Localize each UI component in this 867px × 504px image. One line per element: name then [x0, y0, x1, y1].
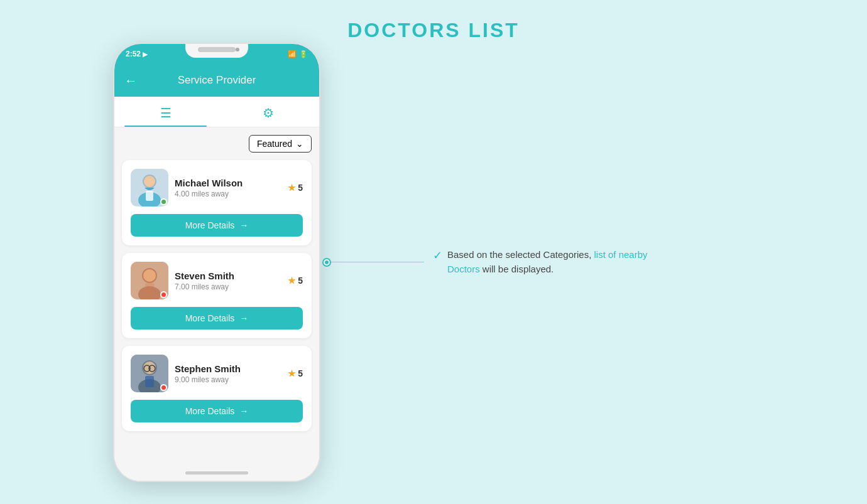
back-button[interactable]: ←: [124, 73, 137, 88]
annotation-text-box: ✓ Based on the selected Categories, list…: [424, 248, 663, 276]
doctor-distance-1: 4.00 miles away: [175, 190, 243, 198]
filter-row: Featured ⌄: [122, 135, 312, 153]
phone-bottom-bar: [185, 471, 248, 475]
avatar-wrap-1: [131, 169, 168, 206]
time-label: 2:52: [126, 50, 141, 58]
more-details-label-2: More Details: [185, 313, 235, 323]
status-time: 2:52 ▶: [126, 50, 148, 58]
doctor-card-3: Stephen Smith 9.00 miles away ★ 5 More D…: [122, 346, 312, 431]
phone-notch: [185, 44, 248, 58]
doctor-distance-2: 7.00 miles away: [175, 282, 234, 291]
doctor-distance-3: 9.00 miles away: [175, 375, 241, 384]
filter-icon: ⚙: [263, 105, 274, 121]
svg-point-7: [143, 269, 156, 282]
doctor-rating-3: ★ 5: [288, 368, 303, 378]
doctor-left-2: Steven Smith 7.00 miles away: [131, 262, 234, 299]
status-dot-2: [160, 291, 167, 298]
status-icons: 📶 🔋: [288, 50, 308, 58]
doctor-info-3: Stephen Smith 9.00 miles away: [175, 363, 241, 384]
doctor-info-2: Steven Smith 7.00 miles away: [175, 271, 234, 291]
doctor-name-2: Steven Smith: [175, 271, 234, 281]
svg-point-12: [143, 362, 156, 374]
annotation-line: [327, 262, 424, 263]
featured-label: Featured: [257, 139, 292, 149]
annotation-end-text: will be displayed.: [480, 264, 554, 274]
doctor-card-top-2: Steven Smith 7.00 miles away ★ 5: [131, 262, 303, 299]
content-area: Featured ⌄: [114, 127, 319, 481]
svg-rect-17: [145, 376, 154, 387]
doctor-card-top-1: Michael Wilson 4.00 miles away ★ 5: [131, 169, 303, 206]
star-icon-3: ★: [288, 368, 296, 378]
location-icon: ▶: [143, 51, 148, 58]
phone-mockup: 2:52 ▶ 📶 🔋 ← Service Provider ☰ ⚙ Featur…: [113, 43, 320, 482]
avatar-wrap-3: [131, 355, 168, 392]
page-title: DOCTORS LIST: [0, 19, 867, 42]
doctor-left-1: Michael Wilson 4.00 miles away: [131, 169, 243, 206]
svg-rect-4: [146, 191, 153, 201]
chevron-down-icon: ⌄: [296, 139, 303, 149]
doctor-name-1: Michael Wilson: [175, 178, 243, 188]
arrow-icon-2: →: [239, 313, 248, 323]
doctor-info-1: Michael Wilson 4.00 miles away: [175, 178, 243, 198]
wifi-icon: 📶: [288, 50, 297, 58]
notch-camera: [236, 48, 239, 51]
app-header: ← Service Provider: [114, 64, 319, 97]
doctor-name-3: Stephen Smith: [175, 363, 241, 374]
more-details-btn-2[interactable]: More Details →: [131, 307, 303, 330]
doctor-left-3: Stephen Smith 9.00 miles away: [131, 355, 241, 392]
more-details-btn-1[interactable]: More Details →: [131, 214, 303, 237]
tab-bar: ☰ ⚙: [114, 97, 319, 127]
annotation-plain-text: Based on the selected Categories,: [447, 249, 594, 260]
arrow-icon-3: →: [239, 406, 248, 416]
header-title: Service Provider: [178, 74, 256, 87]
tab-list[interactable]: ☰: [114, 97, 217, 127]
list-icon: ☰: [160, 105, 172, 121]
svg-point-3: [144, 176, 155, 187]
tab-filter[interactable]: ⚙: [217, 97, 319, 127]
annotation-circle: [322, 258, 331, 267]
star-icon-1: ★: [288, 183, 296, 193]
doctor-card-top-3: Stephen Smith 9.00 miles away ★ 5: [131, 355, 303, 392]
doctor-card-2: Steven Smith 7.00 miles away ★ 5 More De…: [122, 253, 312, 338]
check-icon: ✓: [433, 249, 442, 262]
more-details-label-1: More Details: [185, 220, 235, 230]
arrow-icon-1: →: [239, 220, 248, 230]
rating-value-3: 5: [298, 368, 303, 378]
rating-value-1: 5: [298, 183, 303, 193]
doctor-rating-1: ★ 5: [288, 183, 303, 193]
doctor-card-1: Michael Wilson 4.00 miles away ★ 5 More …: [122, 160, 312, 245]
annotation-container: ✓ Based on the selected Categories, list…: [327, 248, 663, 276]
featured-dropdown[interactable]: Featured ⌄: [249, 135, 312, 153]
notch-pill: [198, 47, 236, 52]
more-details-btn-3[interactable]: More Details →: [131, 400, 303, 422]
rating-value-2: 5: [298, 276, 303, 286]
star-icon-2: ★: [288, 276, 296, 286]
battery-icon: 🔋: [299, 50, 308, 58]
more-details-label-3: More Details: [185, 406, 235, 416]
svg-rect-9: [145, 283, 154, 294]
annotation-text: Based on the selected Categories, list o…: [447, 248, 663, 276]
annotation-circle-inner: [325, 260, 329, 264]
status-dot-3: [160, 384, 167, 391]
doctor-rating-2: ★ 5: [288, 276, 303, 286]
avatar-wrap-2: [131, 262, 168, 299]
status-dot-1: [160, 198, 167, 205]
